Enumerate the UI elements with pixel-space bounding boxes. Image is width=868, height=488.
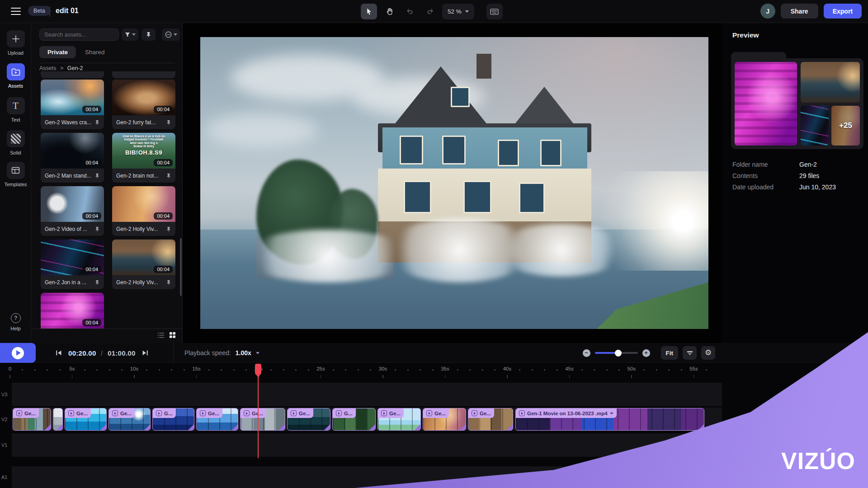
pin-icon[interactable]	[94, 173, 100, 178]
timeline-clip[interactable]: Ge...	[377, 408, 421, 431]
playback-speed-dropdown[interactable]: Playback speed: 1.00x	[184, 343, 259, 363]
asset-card-partial[interactable]	[112, 71, 175, 78]
clip-play-icon	[381, 410, 387, 416]
pin-icon[interactable]	[94, 226, 100, 232]
select-tool-button[interactable]	[361, 4, 377, 19]
skip-start-icon[interactable]	[55, 349, 62, 357]
user-avatar[interactable]: J	[760, 4, 775, 19]
sidebar-item-templates[interactable]: Templates	[0, 162, 31, 187]
scrollbar-thumb[interactable]	[180, 238, 182, 296]
undo-button[interactable]	[401, 4, 418, 19]
detail-label: Contents	[732, 172, 799, 179]
pin-filter-button[interactable]	[142, 28, 156, 41]
asset-card[interactable]: 00:04Gen-2 Jon in a ...	[41, 239, 104, 289]
clip-play-icon	[291, 410, 297, 416]
asset-card[interactable]: 00:04Gen-2 furry fat...	[112, 80, 175, 129]
ruler-dot	[47, 369, 48, 371]
asset-card[interactable]: 00:04Gen-2 Waves cra...	[41, 80, 104, 129]
detail-row: Date uploadedJun 10, 2023	[732, 181, 859, 192]
timeline-clip[interactable]: Ge...	[287, 408, 330, 431]
tab-private[interactable]: Private	[39, 46, 76, 58]
asset-name-row: Gen-2 Holly Viv...	[112, 275, 175, 289]
filter-button[interactable]	[122, 28, 138, 41]
tab-shared[interactable]: Shared	[76, 46, 114, 58]
timeline-zoom-slider[interactable]	[595, 352, 638, 354]
pin-icon[interactable]	[166, 280, 171, 285]
project-title[interactable]: edit 01	[56, 7, 79, 15]
timeline-clip[interactable]: Ge...	[240, 408, 285, 431]
sidebar-item-assets[interactable]: Assets	[0, 63, 31, 89]
asset-card[interactable]: 00:04Gen-2 Holly Viv...	[112, 186, 175, 236]
pin-icon[interactable]	[166, 173, 171, 178]
folder-details: Folder nameGen-2Contents29 filesDate upl…	[732, 159, 859, 192]
sidebar-item-solid[interactable]: Solid	[0, 130, 31, 155]
slider-knob[interactable]	[615, 350, 622, 357]
export-button[interactable]: Export	[824, 4, 862, 19]
ruler-tick	[72, 375, 73, 378]
timeline-clip[interactable]: Ge...	[423, 408, 466, 431]
breadcrumb-root[interactable]: Assets	[39, 65, 57, 71]
chevron-down-icon[interactable]	[610, 413, 613, 414]
share-button[interactable]: Share	[781, 4, 818, 19]
skip-end-icon[interactable]	[142, 349, 149, 357]
left-sidebar: Upload Assets T Text Solid Templates ? H…	[0, 23, 31, 343]
timeline-clip[interactable]: Ge...	[108, 408, 151, 431]
timeline-clip[interactable]: G...	[332, 408, 376, 431]
timeline-clip[interactable]: Ge...	[13, 408, 51, 431]
ruler-dot	[432, 369, 434, 371]
detail-value: 29 files	[799, 172, 819, 179]
asset-card[interactable]: 00:04	[41, 293, 104, 328]
fit-track-height-button[interactable]	[683, 346, 697, 360]
ruler-tick	[321, 375, 321, 378]
pin-icon[interactable]	[166, 226, 171, 232]
hand-icon	[386, 8, 393, 15]
timeline-ruler[interactable]: 05s10s15s20s25s30s35s40s45s50s55s	[0, 363, 868, 380]
asset-card[interactable]: 00:04Gen-2 Holly Viv...	[112, 239, 175, 289]
menu-icon[interactable]	[11, 7, 21, 16]
more-options-button[interactable]	[162, 28, 180, 41]
zoom-in-button[interactable]: +	[642, 349, 650, 357]
ruler-dot	[706, 369, 707, 371]
track-lane-v1[interactable]	[12, 433, 722, 457]
zoom-level-dropdown[interactable]: 52 %	[442, 4, 474, 19]
asset-card-partial[interactable]	[41, 71, 104, 78]
sidebar-item-upload[interactable]: Upload	[0, 30, 31, 56]
timeline-clip[interactable]: Ge...	[468, 408, 513, 431]
pan-tool-button[interactable]	[381, 4, 397, 19]
timeline-clip[interactable]: Gen-1 Movie on 13-06-2023 .mp4	[515, 408, 704, 431]
clip-corner-fold	[278, 424, 285, 431]
asset-card[interactable]: 00:04Gen-2 Man stand...	[41, 133, 104, 183]
pin-icon[interactable]	[166, 120, 171, 125]
fit-button[interactable]: Fit	[661, 346, 679, 360]
list-view-icon[interactable]	[157, 332, 165, 338]
timeline-clip[interactable]: Ge...	[196, 408, 238, 431]
pin-icon[interactable]	[94, 120, 100, 125]
search-input[interactable]	[39, 28, 119, 41]
track-label-v2: V2	[1, 417, 7, 422]
shortcuts-button[interactable]	[486, 4, 503, 19]
folder-preview-card[interactable]: +25	[731, 58, 863, 149]
breadcrumb: Assets > Gen-2	[39, 65, 83, 71]
sidebar-item-text[interactable]: T Text	[0, 97, 31, 122]
play-button[interactable]	[0, 343, 36, 363]
ruler-dot	[146, 369, 147, 371]
chevron-down-icon	[256, 352, 259, 354]
asset-name: Gen-2 Jon in a ...	[45, 279, 92, 286]
asset-card[interactable]: 00:04Gen-2 Video of ...	[41, 186, 104, 236]
timeline-settings-button[interactable]: ⚙	[701, 346, 715, 360]
track-lane-a1[interactable]	[12, 466, 722, 488]
pin-icon[interactable]	[94, 280, 100, 285]
timeline-clip[interactable]: Ge...	[65, 408, 107, 431]
timeline-clip[interactable]	[53, 408, 63, 431]
sidebar-item-help[interactable]: ? Help	[0, 313, 31, 331]
clip-corner-fold	[100, 424, 107, 431]
grid-view-icon[interactable]	[169, 332, 176, 338]
redo-button[interactable]	[422, 4, 438, 19]
playhead-handle[interactable]	[255, 364, 261, 375]
more-files-badge: +25	[831, 106, 860, 145]
track-lane-v3[interactable]	[12, 383, 722, 406]
zoom-out-button[interactable]: −	[583, 349, 590, 357]
timeline-clip[interactable]: G...	[152, 408, 194, 431]
chevron-down-icon	[174, 33, 177, 36]
asset-card[interactable]: Jntal kn Btanck & an & Keb &nKalgiat thz…	[112, 133, 175, 183]
